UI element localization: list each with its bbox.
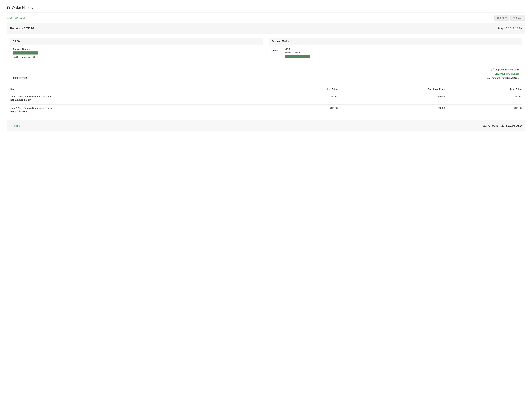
email-label: EMAIL <box>516 17 523 19</box>
total-paid-value: $21.76 USD <box>506 77 519 79</box>
receipt: Receipt # 665176 May 30 2018 16:19 Bill … <box>7 23 525 131</box>
receipt-title: Receipt # 665176 <box>10 27 34 30</box>
back-to-invoices-link[interactable]: ‹ Back to invoices <box>7 17 25 19</box>
visa-badge: VISA <box>272 48 279 53</box>
paid-status: Paid <box>10 124 20 127</box>
topcoin-amount: 10.88 <box>513 68 519 71</box>
bill-to-name: Andrew Chapin <box>13 48 260 51</box>
total-items-value: 2 <box>25 77 27 79</box>
item-purchase-price: $10.88 <box>338 104 445 116</box>
check-icon <box>10 124 13 127</box>
page-title: Order History <box>12 6 33 10</box>
footer-total: Total Amount Paid: $21.76 USD <box>481 124 522 127</box>
total-paid-label: Total Amount Paid: <box>486 77 506 79</box>
item-cell: .com 1 Year Domain Name AutoRenewal benj… <box>10 104 269 116</box>
visa-logo-icon: VISA <box>273 49 278 52</box>
topcoin-icon: T <box>491 68 494 71</box>
footer-total-value: $21.76 USD <box>506 124 522 127</box>
info-columns: Bill To Andrew Chapin CA San Francisco, … <box>10 38 522 61</box>
table-row: .com 1 Year Domain Name AutoRenewal benj… <box>10 104 522 116</box>
payment-method-body: VISA VISA xxxxxxxxxxxx0670 <box>269 45 522 61</box>
redacted-payment-detail <box>285 55 310 58</box>
col-total-price: Total Price <box>445 87 522 93</box>
bill-to-location: CA San Francisco, US <box>13 56 260 58</box>
payment-method-header: Payment Method <box>269 38 522 45</box>
email-button[interactable]: EMAIL <box>510 15 525 21</box>
item-description: .com 1 Year Domain Name AutoRenewal <box>10 95 53 98</box>
bill-to-header: Bill To <box>10 38 263 45</box>
bill-to-body: Andrew Chapin CA San Francisco, US <box>10 45 263 61</box>
col-list-price: List Price <box>269 87 338 93</box>
payment-method-card: Payment Method VISA VISA xxxxxxxxxxxx067… <box>269 38 522 61</box>
print-icon <box>497 17 499 19</box>
receipt-date: May 30 2018 16:19 <box>498 27 522 30</box>
item-domain: benjamincoin.com <box>10 99 268 101</box>
payment-text: VISA xxxxxxxxxxxx0670 <box>285 48 310 58</box>
view-tpc-balance-link[interactable]: View your TPC balance <box>13 72 519 75</box>
summary-top: T TopCoin Earned 10.88 View your TPC bal… <box>13 68 519 75</box>
table-row: .com 1 Year Domain Name AutoRenewal benj… <box>10 93 522 104</box>
item-list-price: $10.88 <box>269 93 338 104</box>
item-purchase-price: $10.88 <box>338 93 445 104</box>
item-cell: .com 1 Year Domain Name AutoRenewal benj… <box>10 93 269 104</box>
items-table: Item List Price Purchase Price Total Pri… <box>10 87 522 116</box>
topcoin-label: TopCoin Earned <box>496 68 513 71</box>
print-button[interactable]: PRINT <box>494 15 509 21</box>
summary-card: T TopCoin Earned 10.88 View your TPC bal… <box>10 65 522 82</box>
total-amount-paid: Total Amount Paid: $21.76 USD <box>486 77 519 80</box>
table-header-row: Item List Price Purchase Price Total Pri… <box>10 87 522 93</box>
redacted-address <box>13 51 38 55</box>
payment-mask: xxxxxxxxxxxx0670 <box>285 51 310 54</box>
col-purchase-price: Purchase Price <box>338 87 445 93</box>
receipt-body: Bill To Andrew Chapin CA San Francisco, … <box>7 34 525 116</box>
summary-bottom: Total Items: 2 Total Amount Paid: $21.76… <box>13 77 519 80</box>
item-total-price: $10.88 <box>445 104 522 116</box>
envelope-icon <box>513 17 515 19</box>
total-items: Total Items: 2 <box>13 77 27 80</box>
receipt-number: 665176 <box>24 27 34 30</box>
col-item: Item <box>10 87 269 93</box>
item-domain: benjacoin.com <box>10 110 268 113</box>
back-link-label: Back to invoices <box>8 17 25 19</box>
print-label: PRINT <box>500 17 507 19</box>
top-actions: ‹ Back to invoices PRINT EMAIL <box>7 15 525 21</box>
topcoin-earned: T TopCoin Earned 10.88 <box>491 68 519 71</box>
action-buttons: PRINT EMAIL <box>494 15 525 21</box>
item-total-price: $10.88 <box>445 93 522 104</box>
total-items-label: Total Items: <box>13 77 25 79</box>
item-description: .com 1 Year Domain Name AutoRenewal <box>10 107 53 109</box>
payment-type: VISA <box>285 48 310 51</box>
receipt-footer: Paid Total Amount Paid: $21.76 USD <box>7 120 525 131</box>
chevron-left-icon: ‹ <box>7 17 8 19</box>
book-icon <box>7 6 10 10</box>
receipt-label: Receipt # <box>10 27 24 30</box>
page-header: Order History <box>7 6 525 12</box>
receipt-header: Receipt # 665176 May 30 2018 16:19 <box>7 23 525 34</box>
paid-label-text: Paid <box>14 124 20 127</box>
item-list-price: $10.88 <box>269 104 338 116</box>
footer-total-label: Total Amount Paid: <box>481 124 506 127</box>
bill-to-card: Bill To Andrew Chapin CA San Francisco, … <box>10 38 263 61</box>
